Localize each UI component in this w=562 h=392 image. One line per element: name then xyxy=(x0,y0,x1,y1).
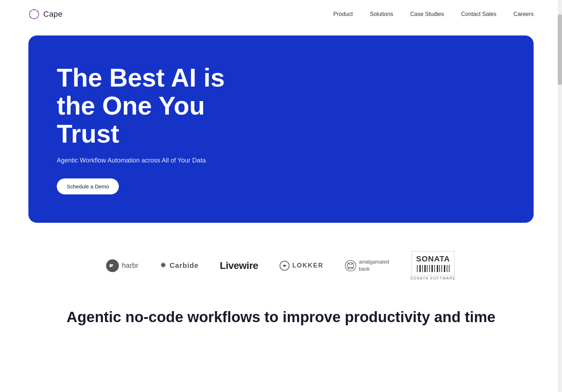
harbr-icon xyxy=(106,259,119,272)
bottom-section: Agentic no-code workflows to improve pro… xyxy=(0,294,562,333)
lokker-icon xyxy=(280,261,290,271)
nav: Product Solutions Case Studies Contact S… xyxy=(333,11,534,17)
nav-item-case-studies[interactable]: Case Studies xyxy=(410,11,444,17)
amalgamated-text: amalgamated bank xyxy=(359,259,389,272)
scrollbar[interactable] xyxy=(558,0,562,392)
scrollbar-thumb[interactable] xyxy=(558,14,562,85)
svg-rect-4 xyxy=(110,266,112,267)
sonata-barcode xyxy=(417,265,450,272)
hero-subtitle: Agentic Workflow Automation across All o… xyxy=(57,157,505,164)
sonata-box: SONATA xyxy=(412,251,455,275)
logo-text: Cape xyxy=(43,10,63,19)
amalgamated-icon xyxy=(345,260,356,271)
lokker-text: LOKKER xyxy=(292,262,324,269)
carbide-logo: Carbide xyxy=(160,261,198,270)
nav-item-contact-sales[interactable]: Contact Sales xyxy=(461,11,496,17)
svg-point-1 xyxy=(106,259,119,272)
svg-point-6 xyxy=(345,260,356,271)
logo-container[interactable]: Cape xyxy=(28,9,63,20)
nav-item-careers[interactable]: Careers xyxy=(513,11,534,17)
schedule-demo-button[interactable]: Schedule a Demo xyxy=(57,178,119,194)
lokker-logo: LOKKER xyxy=(280,261,324,271)
bottom-title: Agentic no-code workflows to improve pro… xyxy=(28,309,534,326)
hero-title: The Best AI is the One You Trust xyxy=(57,64,252,148)
sonata-logo: SONATA xyxy=(410,251,456,280)
nav-item-product[interactable]: Product xyxy=(333,11,353,17)
cape-logo-icon xyxy=(28,9,40,20)
logos-section: harbr Carbide Livewire LOKKER xyxy=(0,230,562,294)
livewire-logo: Livewire xyxy=(220,260,258,271)
harbr-logo: harbr xyxy=(106,259,138,272)
sonata-software-text: SONATA SOFTWARE xyxy=(410,276,456,280)
amalgamated-logo: amalgamated bank xyxy=(345,259,389,272)
sonata-title: SONATA xyxy=(416,254,450,264)
logo-row: harbr Carbide Livewire LOKKER xyxy=(106,251,456,280)
header: Cape Product Solutions Case Studies Cont… xyxy=(0,0,562,28)
carbide-text: Carbide xyxy=(170,261,198,270)
svg-rect-3 xyxy=(110,264,113,265)
hero-section: The Best AI is the One You Trust Agentic… xyxy=(28,35,534,223)
nav-item-solutions[interactable]: Solutions xyxy=(370,11,393,17)
livewire-text: Livewire xyxy=(220,260,258,271)
harbr-text: harbr xyxy=(122,261,138,270)
carbide-icon xyxy=(160,262,167,269)
